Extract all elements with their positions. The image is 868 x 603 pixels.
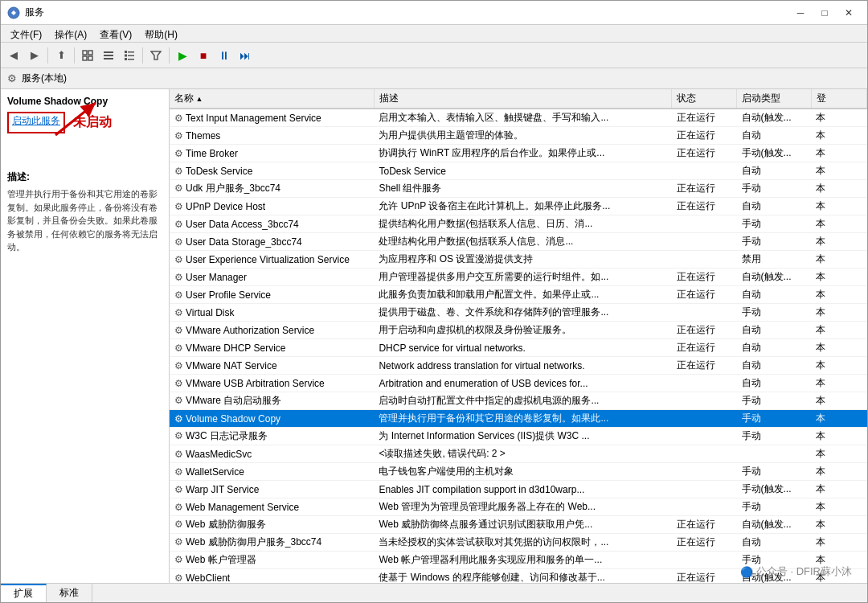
cell-startup: 自动 — [737, 198, 812, 215]
table-row[interactable]: ⚙User Profile Service此服务负责加载和卸载用户配置文件。如果… — [170, 286, 867, 304]
minimize-button[interactable]: ─ — [788, 5, 813, 21]
pause-button[interactable]: ⏸ — [215, 46, 234, 65]
col-header-desc[interactable]: 描述 — [374, 89, 671, 109]
forward-button[interactable]: ▶ — [25, 46, 44, 65]
cell-name: ⚙Warp JIT Service — [170, 481, 374, 498]
content-area: Volume Shadow Copy 启动此服务 未启动 — [1, 89, 867, 583]
cell-desc: 管理并执行用于备份和其它用途的卷影复制。如果此... — [374, 410, 671, 428]
restart-button[interactable]: ⏭ — [235, 46, 255, 65]
filter-button[interactable] — [146, 46, 166, 65]
cell-desc: 电子钱包客户端使用的主机对象 — [374, 463, 671, 481]
cell-startup: 手动 — [737, 498, 812, 516]
list-view-button[interactable] — [99, 46, 118, 65]
sidebar: Volume Shadow Copy 启动此服务 未启动 — [1, 89, 170, 583]
cell-login: 本 — [811, 180, 866, 198]
svg-rect-3 — [83, 56, 87, 60]
menu-view[interactable]: 查看(V) — [93, 27, 138, 40]
cell-startup: 手动 — [737, 304, 812, 322]
table-row[interactable]: ⚙VMware Authorization Service用于启动和向虚拟机的权… — [170, 322, 867, 339]
cell-name: ⚙User Experience Virtualization Service — [170, 251, 374, 269]
cell-login: 本 — [811, 127, 866, 145]
table-row[interactable]: ⚙WalletService电子钱包客户端使用的主机对象手动本 — [170, 463, 867, 481]
up-button[interactable]: ⬆ — [51, 46, 71, 65]
tab-expand[interactable]: 扩展 — [1, 584, 47, 602]
play-button[interactable]: ▶ — [173, 46, 192, 65]
cell-startup: 手动(触发... — [737, 145, 812, 162]
table-row[interactable]: ⚙User Data Storage_3bcc74处理结构化用户数据(包括联系人… — [170, 233, 867, 251]
table-row[interactable]: ⚙VMware NAT ServiceNetwork address trans… — [170, 357, 867, 375]
services-window: 服务 ─ □ ✕ 文件(F) 操作(A) 查看(V) 帮助(H) ◀ ▶ ⬆ — [0, 0, 868, 603]
cell-desc: 处理结构化用户数据(包括联系人信息、消息... — [374, 233, 671, 251]
col-header-status[interactable]: 状态 — [672, 89, 737, 109]
cell-startup — [737, 445, 812, 463]
table-row[interactable]: ⚙Virtual Disk提供用于磁盘、卷、文件系统和存储阵列的管理服务...手… — [170, 304, 867, 322]
table-row[interactable]: ⚙Web 威胁防御用户服务_3bcc74当未经授权的实体尝试获取对其凭据的访问权… — [170, 534, 867, 552]
title-bar-left: 服务 — [7, 6, 44, 19]
main-address-bar: ⚙ 服务(本地) — [1, 68, 867, 89]
cell-status: 正在运行 — [672, 145, 737, 162]
col-header-login[interactable]: 登 — [811, 89, 866, 109]
table-row[interactable]: ⚙VMware 自动启动服务启动时自动打配置文件中指定的虚拟机电源的服务...手… — [170, 392, 867, 410]
cell-desc: 启用文本输入、表情输入区、触摸键盘、手写和输入... — [374, 109, 671, 127]
table-row[interactable]: ⚙User Data Access_3bcc74提供结构化用户数据(包括联系人信… — [170, 215, 867, 233]
cell-desc: 协调执行 WinRT 应用程序的后台作业。如果停止或... — [374, 145, 671, 162]
table-row[interactable]: ⚙Text Input Management Service启用文本输入、表情输… — [170, 109, 867, 127]
stop-button[interactable]: ■ — [194, 46, 213, 65]
table-row[interactable]: ⚙User Manager用户管理器提供多用户交互所需要的运行时组件。如...正… — [170, 269, 867, 286]
table-row[interactable]: ⚙Themes为用户提供供用主题管理的体验。正在运行自动本 — [170, 127, 867, 145]
table-row[interactable]: ⚙Udk 用户服务_3bcc74Shell 组件服务正在运行手动本 — [170, 180, 867, 198]
cell-desc: 用于启动和向虚拟机的权限及身份验证服务。 — [374, 322, 671, 339]
cell-startup: 自动 — [737, 286, 812, 304]
cell-status — [672, 162, 737, 180]
menu-help[interactable]: 帮助(H) — [138, 27, 184, 40]
cell-status — [672, 392, 737, 410]
table-row[interactable]: ⚙VMware DHCP ServiceDHCP service for vir… — [170, 339, 867, 357]
menu-bar: 文件(F) 操作(A) 查看(V) 帮助(H) — [1, 25, 867, 43]
cell-name: ⚙Volume Shadow Copy — [170, 410, 374, 428]
cell-status — [672, 410, 737, 428]
menu-file[interactable]: 文件(F) — [4, 27, 48, 40]
table-row[interactable]: ⚙Volume Shadow Copy管理并执行用于备份和其它用途的卷影复制。如… — [170, 410, 867, 428]
cell-name: ⚙Themes — [170, 127, 374, 145]
watermark-text: 公众号 · DFIR蘇小沐 — [756, 564, 852, 579]
table-row[interactable]: ⚙Web 威胁防御服务Web 威胁防御终点服务通过识别试图获取用户凭...正在运… — [170, 516, 867, 534]
cell-startup: 手动 — [737, 428, 812, 445]
col-header-startup[interactable]: 启动类型 — [737, 89, 812, 109]
red-arrow-icon — [47, 99, 112, 139]
menu-action[interactable]: 操作(A) — [48, 27, 93, 40]
svg-rect-11 — [128, 55, 134, 56]
back-button[interactable]: ◀ — [4, 46, 23, 65]
table-row[interactable]: ⚙WaasMedicSvc<读取描述失败, 错误代码: 2 >本 — [170, 445, 867, 463]
table-row[interactable]: ⚙Time Broker协调执行 WinRT 应用程序的后台作业。如果停止或..… — [170, 145, 867, 162]
cell-login: 本 — [811, 322, 866, 339]
cell-name: ⚙W3C 日志记录服务 — [170, 428, 374, 445]
cell-status: 正在运行 — [672, 569, 737, 584]
cell-startup: 自动(触发... — [737, 109, 812, 127]
cell-desc: 为用户提供供用主题管理的体验。 — [374, 127, 671, 145]
table-row[interactable]: ⚙UPnP Device Host允许 UPnP 设备宿主在此计算机上。如果停止… — [170, 198, 867, 215]
detail-view-button[interactable] — [120, 46, 139, 65]
cell-name: ⚙UPnP Device Host — [170, 198, 374, 215]
table-row[interactable]: ⚙W3C 日志记录服务为 Internet Information Servic… — [170, 428, 867, 445]
close-button[interactable]: ✕ — [837, 5, 861, 21]
cell-name: ⚙User Profile Service — [170, 286, 374, 304]
cell-login: 本 — [811, 463, 866, 481]
tab-standard[interactable]: 标准 — [47, 584, 92, 602]
table-row[interactable]: ⚙User Experience Virtualization Service为… — [170, 251, 867, 269]
cell-name: ⚙VMware Authorization Service — [170, 322, 374, 339]
cell-status: 正在运行 — [672, 109, 737, 127]
cell-startup: 自动 — [737, 127, 812, 145]
table-row[interactable]: ⚙Warp JIT ServiceEnables JIT compilation… — [170, 481, 867, 498]
table-row[interactable]: ⚙Web Management ServiceWeb 管理为为管理员管理此服务器… — [170, 498, 867, 516]
col-header-name[interactable]: 名称 — [170, 89, 374, 109]
cell-login: 本 — [811, 428, 866, 445]
show-hide-button[interactable] — [78, 46, 97, 65]
cell-login: 本 — [811, 269, 866, 286]
table-row[interactable]: ⚙ToDesk ServiceToDesk Service自动本 — [170, 162, 867, 180]
cell-desc: DHCP service for virtual networks. — [374, 339, 671, 357]
cell-desc: 提供结构化用户数据(包括联系人信息、日历、消... — [374, 215, 671, 233]
table-row[interactable]: ⚙VMware USB Arbitration ServiceArbitrati… — [170, 375, 867, 392]
cell-status: 正在运行 — [672, 198, 737, 215]
maximize-button[interactable]: □ — [813, 5, 837, 21]
cell-desc: Web 帐户管理器利用此服务实现应用和服务的单一... — [374, 552, 671, 569]
